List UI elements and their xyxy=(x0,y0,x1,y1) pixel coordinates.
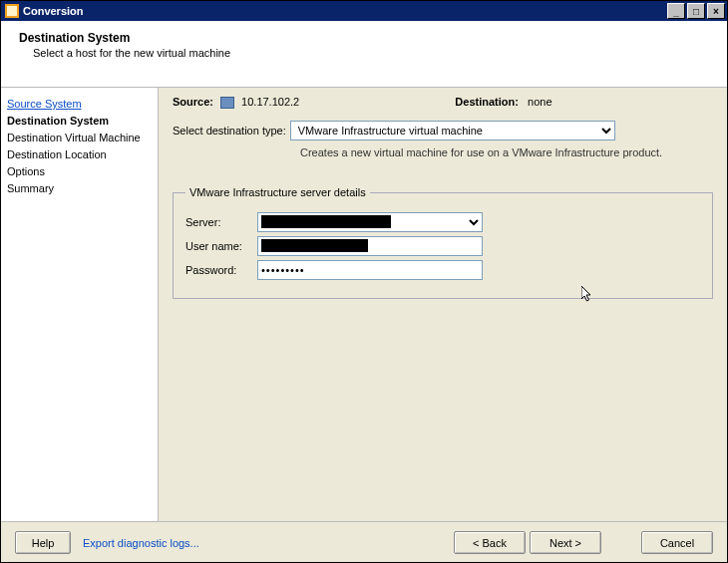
step-destination-location: Destination Location xyxy=(7,146,152,163)
page-title: Destination System xyxy=(19,31,709,45)
dest-type-hint: Creates a new virtual machine for use on… xyxy=(300,146,713,158)
cancel-button[interactable]: Cancel xyxy=(641,531,713,554)
wizard-main: Source: 10.17.102.2 Destination: none Se… xyxy=(159,88,727,521)
maximize-button[interactable]: □ xyxy=(687,3,705,19)
destination-label: Destination: xyxy=(455,96,519,108)
wizard-header: Destination System Select a host for the… xyxy=(1,21,727,88)
next-button[interactable]: Next > xyxy=(530,531,601,554)
step-destination-vm: Destination Virtual Machine xyxy=(7,130,152,146)
source-label: Source: xyxy=(173,96,213,108)
step-source-system[interactable]: Source System xyxy=(7,96,152,113)
close-button[interactable]: × xyxy=(707,3,725,19)
server-details-legend: VMware Infrastructure server details xyxy=(185,186,370,198)
app-icon xyxy=(5,4,19,18)
step-summary: Summary xyxy=(7,180,152,197)
password-input[interactable] xyxy=(257,260,483,280)
source-value: 10.17.102.2 xyxy=(241,96,299,108)
host-icon xyxy=(220,97,234,109)
minimize-button[interactable]: _ xyxy=(667,3,685,19)
titlebar: Conversion _ □ × xyxy=(1,1,727,21)
wizard-steps-sidebar: Source System Destination System Destina… xyxy=(1,88,159,521)
wizard-footer: Help Export diagnostic logs... < Back Ne… xyxy=(1,521,727,563)
help-button[interactable]: Help xyxy=(15,531,71,554)
dest-type-select[interactable]: VMware Infrastructure virtual machine xyxy=(290,121,615,141)
dest-type-label: Select destination type: xyxy=(173,125,286,137)
step-options: Options xyxy=(7,163,152,180)
redacted-username xyxy=(261,239,368,252)
page-subtitle: Select a host for the new virtual machin… xyxy=(33,47,709,59)
destination-value: none xyxy=(528,96,551,108)
back-button[interactable]: < Back xyxy=(454,531,526,554)
server-details-group: VMware Infrastructure server details Ser… xyxy=(173,186,713,299)
step-destination-system: Destination System xyxy=(7,113,152,130)
export-logs-link[interactable]: Export diagnostic logs... xyxy=(83,537,199,549)
window-title: Conversion xyxy=(23,5,667,17)
password-label: Password: xyxy=(185,264,257,276)
username-label: User name: xyxy=(185,240,257,252)
server-label: Server: xyxy=(185,216,257,228)
redacted-server xyxy=(261,215,391,228)
